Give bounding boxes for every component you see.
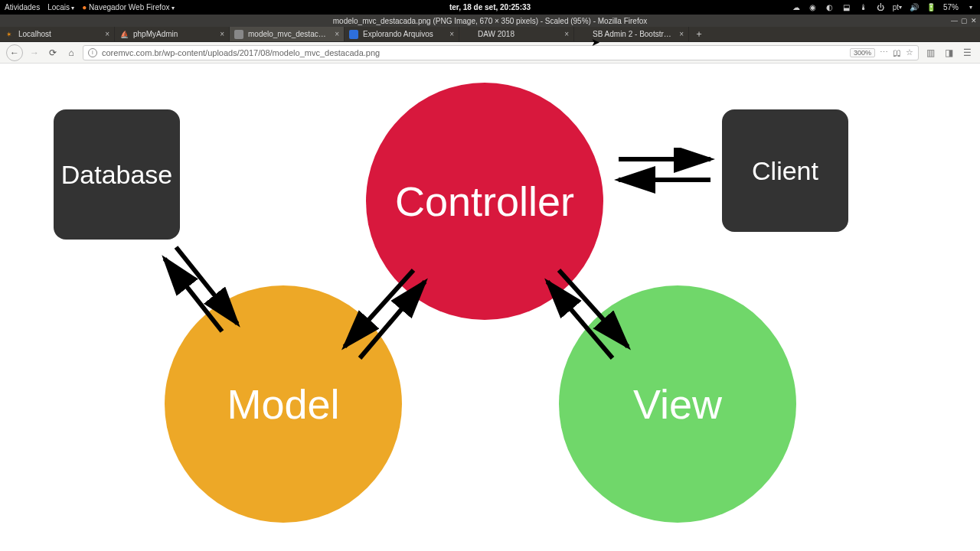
diagram-node-client: Client <box>722 109 848 232</box>
phpmyadmin-icon: ⛵ <box>119 30 129 39</box>
app-menu[interactable]: ● Navegador Web Firefox <box>82 3 174 11</box>
window-title: modelo_mvc_destacada.png (PNG Image, 670… <box>333 17 647 25</box>
arrow-database-model <box>153 232 260 339</box>
dropbox-icon[interactable]: ⬓ <box>842 3 851 12</box>
forward-button[interactable]: → <box>28 46 41 60</box>
desktop-top-bar: Atividades Locais ● Navegador Web Firefo… <box>0 0 980 15</box>
back-button[interactable]: ← <box>6 44 23 61</box>
close-icon[interactable]: × <box>564 30 569 38</box>
hamburger-menu[interactable]: ☰ <box>960 46 974 60</box>
updates-icon[interactable]: ⏻ <box>876 3 885 12</box>
xampp-icon: ✶ <box>5 30 14 39</box>
thermometer-icon[interactable]: 🌡 <box>859 3 868 12</box>
window-close[interactable]: ✕ <box>971 17 977 24</box>
tab-image-active[interactable]: modelo_mvc_destacada × <box>230 27 345 41</box>
arrow-controller-view <box>536 255 651 370</box>
home-button[interactable]: ⌂ <box>64 46 78 60</box>
window-minimize[interactable]: ― <box>951 17 958 24</box>
camera-icon[interactable]: ◉ <box>808 3 818 12</box>
sidebar-icon[interactable]: ◨ <box>942 46 956 60</box>
blank-favicon <box>464 30 473 39</box>
image-file-icon <box>234 30 243 39</box>
page-viewport[interactable]: Database Client Controller Model View <box>0 64 980 551</box>
cloud-icon[interactable]: ☁ <box>792 3 801 12</box>
page-action-menu[interactable]: ⋯ <box>880 47 888 57</box>
clock[interactable]: ter, 18 de set, 20:25:33 <box>449 3 531 11</box>
browser-nav-bar: ← → ⟳ ⌂ i coremvc.com.br/wp-content/uplo… <box>0 42 980 64</box>
library-icon[interactable]: ▥ <box>923 46 937 60</box>
window-maximize[interactable]: ▢ <box>961 17 968 24</box>
close-icon[interactable]: × <box>105 30 109 38</box>
firefox-icon: ● <box>82 3 87 11</box>
tab-localhost[interactable]: ✶ Localhost × <box>0 27 115 41</box>
close-icon[interactable]: × <box>449 30 454 38</box>
system-menu[interactable] <box>966 3 975 12</box>
arrow-controller-client <box>611 148 718 194</box>
battery-icon[interactable]: 🔋 <box>926 3 936 12</box>
activities-button[interactable]: Atividades <box>5 3 40 11</box>
reload-button[interactable]: ⟳ <box>46 46 60 60</box>
diagram-node-database: Database <box>54 109 180 240</box>
browser-tab-strip: ✶ Localhost × ⛵ phpMyAdmin × modelo_mvc_… <box>0 27 980 42</box>
window-titlebar: modelo_mvc_destacada.png (PNG Image, 670… <box>0 15 980 27</box>
keyboard-layout[interactable]: pt <box>893 3 902 12</box>
system-tray: ☁ ◉ ◐ ⬓ 🌡 ⏻ pt 🔊 🔋 57% <box>792 3 975 12</box>
site-info-icon[interactable]: i <box>88 48 97 57</box>
volume-icon[interactable]: 🔊 <box>910 3 919 12</box>
generic-favicon <box>349 30 358 39</box>
places-menu[interactable]: Locais <box>47 3 74 11</box>
tab-sbadmin[interactable]: SB Admin 2 - Bootstrap Ad… × <box>574 27 689 41</box>
battery-percent: 57% <box>943 3 959 11</box>
close-icon[interactable]: × <box>679 30 684 38</box>
zoom-badge[interactable]: 300% <box>850 48 875 57</box>
steam-icon[interactable]: ◐ <box>825 3 835 12</box>
bookmark-star-icon[interactable]: ☆ <box>906 47 913 57</box>
new-tab-button[interactable]: ＋ <box>689 27 709 41</box>
tab-daw2018[interactable]: DAW 2018 × <box>459 27 574 41</box>
arrow-controller-model <box>322 255 436 370</box>
close-icon[interactable]: × <box>335 30 339 38</box>
blank-favicon <box>579 30 588 39</box>
reader-mode-icon[interactable]: 🕮 <box>893 48 901 57</box>
close-icon[interactable]: × <box>220 30 224 38</box>
url-text: coremvc.com.br/wp-content/uploads/2017/0… <box>102 48 845 57</box>
address-bar[interactable]: i coremvc.com.br/wp-content/uploads/2017… <box>83 45 919 60</box>
tab-phpmyadmin[interactable]: ⛵ phpMyAdmin × <box>115 27 230 41</box>
tab-explorando[interactable]: Explorando Arquivos × <box>345 27 459 41</box>
